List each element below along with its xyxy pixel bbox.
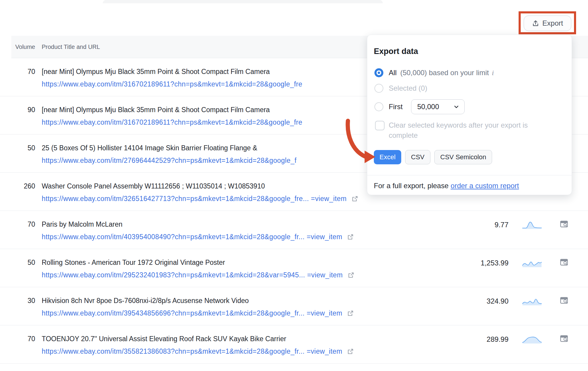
product-url-line: https://www.ebay.com/itm/295232401983?ch… xyxy=(42,271,354,280)
product-url-link[interactable]: https://www.ebay.com/itm/326516427713?ch… xyxy=(42,195,347,202)
clear-keywords-checkbox[interactable] xyxy=(375,121,385,130)
clear-keywords-label: Clear selected keywords after your expor… xyxy=(389,120,544,140)
product-url-link[interactable]: https://www.ebay.com/itm/403954008490?ch… xyxy=(42,233,342,241)
product-url-line: https://www.ebay.com/itm/316702189611?ch… xyxy=(42,80,302,88)
product-url-line: https://www.ebay.com/itm/326516427713?ch… xyxy=(42,195,358,203)
popup-divider xyxy=(367,175,572,175)
radio-first[interactable] xyxy=(374,102,383,111)
info-icon[interactable]: i xyxy=(492,69,494,77)
trend-sparkline xyxy=(522,221,542,229)
volume-value: 70 xyxy=(11,220,35,228)
export-button[interactable]: Export xyxy=(524,16,571,31)
product-url-line: https://www.ebay.com/itm/403954008490?ch… xyxy=(42,233,354,242)
product-url-link[interactable]: https://www.ebay.com/itm/316702189611?ch… xyxy=(42,80,302,88)
product-url-link[interactable]: https://www.ebay.com/itm/316702189611?ch… xyxy=(42,118,302,126)
screen: Export Volume Product Title and URL 70 [… xyxy=(0,0,588,371)
table-row: 50 Rolling Stones - American Tour 1972 O… xyxy=(0,249,588,287)
external-link-icon[interactable] xyxy=(351,195,358,203)
volume-value: 30 xyxy=(11,297,35,305)
product-title: Washer Console Panel Assembly W11112656 … xyxy=(42,182,265,190)
product-title: [near Mint] Olympus Mju Black 35mm Point… xyxy=(42,106,270,114)
option-all-label: All xyxy=(389,69,397,77)
option-selected[interactable]: Selected (0) xyxy=(374,84,427,93)
popup-footer: For a full export, pleaseorder a custom … xyxy=(374,182,519,190)
external-link-icon[interactable] xyxy=(348,272,354,280)
volume-value: 260 xyxy=(11,182,35,190)
serp-preview-icon[interactable] xyxy=(560,258,568,268)
product-url-link[interactable]: https://www.ebay.com/itm/295232401983?ch… xyxy=(42,271,343,279)
trend-sparkline xyxy=(522,259,542,267)
trend-sparkline xyxy=(522,335,542,344)
external-link-icon[interactable] xyxy=(347,310,354,318)
product-title: Paris by Malcolm McLaren xyxy=(42,220,122,228)
volume-value: 70 xyxy=(11,335,35,343)
product-title: Hikvision 8ch Nvr 8poe Ds-7608nxi-i2/8p/… xyxy=(42,297,249,305)
volume-value: 50 xyxy=(11,259,35,267)
radio-selected[interactable] xyxy=(374,84,383,93)
price-value: 1,253.99 xyxy=(481,259,508,267)
export-button-label: Export xyxy=(542,19,563,27)
volume-value: 90 xyxy=(11,106,35,114)
table-row: 30 Hikvision 8ch Nvr 8poe Ds-7608nxi-i2/… xyxy=(0,287,588,325)
product-title: [near Mint] Olympus Mju Black 35mm Point… xyxy=(42,68,270,76)
column-header-volume: Volume xyxy=(11,44,35,50)
price-value: 289.99 xyxy=(487,335,508,344)
table-row: 70 TOOENJOY 20.7'' Universal Assist Elev… xyxy=(0,325,588,364)
external-link-icon[interactable] xyxy=(347,234,354,242)
table-row: 70 Paris by Malcolm McLaren https://www.… xyxy=(0,211,588,249)
radio-all-selected[interactable] xyxy=(374,68,383,77)
product-url-line: https://www.ebay.com/itm/316702189611?ch… xyxy=(42,118,302,126)
format-buttons: Excel CSV CSV Semicolon xyxy=(374,150,492,164)
product-url-link[interactable]: https://www.ebay.com/itm/355821386083?ch… xyxy=(42,347,342,355)
export-popup: Export data All (50,000) based on your l… xyxy=(367,35,572,195)
volume-value: 50 xyxy=(11,144,35,152)
option-first-label: First xyxy=(389,103,403,111)
limit-dropdown[interactable]: 50,000 xyxy=(411,99,465,114)
product-url-line: https://www.ebay.com/itm/395434856696?ch… xyxy=(42,309,354,318)
option-all[interactable]: All (50,000) based on your limit i xyxy=(374,68,494,77)
product-url-link[interactable]: https://www.ebay.com/itm/276964442529?ch… xyxy=(42,157,296,164)
product-url-line: https://www.ebay.com/itm/355821386083?ch… xyxy=(42,347,354,356)
popup-title: Export data xyxy=(374,47,418,56)
excel-button[interactable]: Excel xyxy=(374,150,401,164)
option-selected-label: Selected (0) xyxy=(389,84,427,92)
option-first[interactable]: First 50,000 xyxy=(374,99,465,114)
product-url-link[interactable]: https://www.ebay.com/itm/395434856696?ch… xyxy=(42,309,342,317)
price-value: 324.90 xyxy=(487,297,508,305)
product-url-line: https://www.ebay.com/itm/276964442529?ch… xyxy=(42,157,296,165)
limit-dropdown-value: 50,000 xyxy=(417,103,453,111)
external-link-icon[interactable] xyxy=(347,348,354,356)
column-header-product: Product Title and URL xyxy=(42,44,100,50)
cropped-tooltip-edge xyxy=(103,0,383,3)
upload-icon xyxy=(532,20,539,27)
serp-preview-icon[interactable] xyxy=(560,296,568,306)
trend-sparkline xyxy=(522,297,542,305)
option-all-detail: (50,000) based on your limit xyxy=(400,69,489,77)
price-value: 9.77 xyxy=(494,221,508,229)
csv-semicolon-button[interactable]: CSV Semicolon xyxy=(434,150,492,164)
serp-preview-icon[interactable] xyxy=(560,335,568,344)
chevron-down-icon xyxy=(453,103,460,110)
product-title: Rolling Stones - American Tour 1972 Orig… xyxy=(42,259,225,267)
custom-report-link[interactable]: order a custom report xyxy=(451,182,519,190)
footer-text: For a full export, please xyxy=(374,182,449,190)
product-title: TOOENJOY 20.7'' Universal Assist Elevati… xyxy=(42,335,286,343)
volume-value: 70 xyxy=(11,68,35,76)
serp-preview-icon[interactable] xyxy=(560,220,568,229)
csv-button[interactable]: CSV xyxy=(405,150,430,164)
product-title: 25 (5 Boxes Of 5) Hollister 14104 Image … xyxy=(42,144,257,152)
